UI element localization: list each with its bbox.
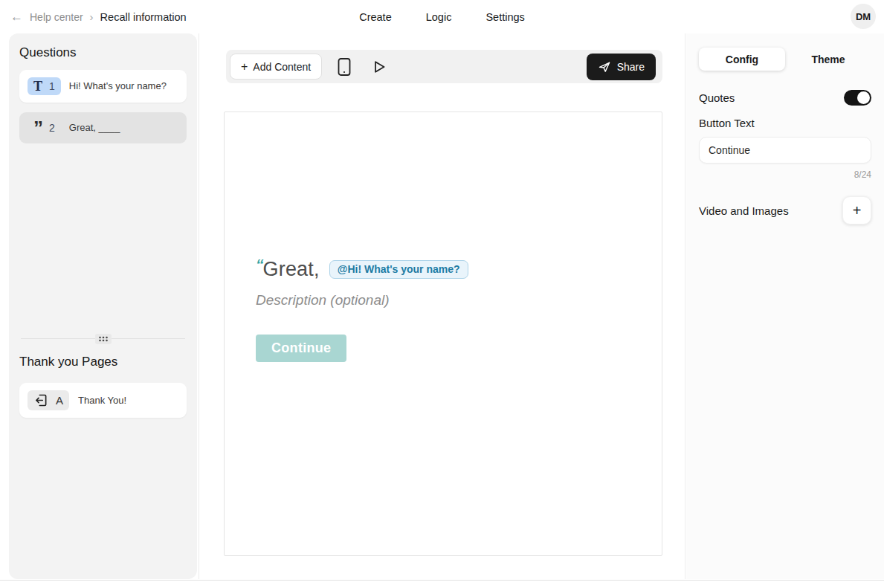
mobile-phone-icon	[337, 57, 352, 77]
thankyou-page-badge: A	[28, 390, 69, 410]
question-type-badge: ” 2	[28, 120, 61, 136]
topbar: ← Help center › Recall information Creat…	[0, 0, 884, 33]
share-label: Share	[617, 61, 645, 73]
breadcrumb-current-page: Recall information	[100, 11, 187, 23]
thankyou-page-item[interactable]: A Thank You!	[19, 383, 187, 418]
chevron-right-icon: ›	[90, 10, 94, 23]
mobile-preview-button[interactable]	[332, 54, 357, 80]
video-images-row: Video and Images +	[699, 196, 871, 224]
recall-mention-chip[interactable]: @Hi! What's your name?	[329, 260, 468, 279]
panel-tabs: Config Theme	[699, 48, 871, 71]
tab-theme[interactable]: Theme	[785, 48, 871, 71]
toggle-knob	[857, 91, 870, 104]
config-panel: Config Theme Quotes Button Text 8/24 Vid…	[686, 33, 884, 579]
breadcrumb-help-center[interactable]: Help center	[30, 11, 83, 23]
quotes-setting-row: Quotes	[699, 90, 871, 106]
continue-button-preview[interactable]: Continue	[256, 335, 346, 362]
add-media-button[interactable]: +	[842, 196, 871, 224]
thankyou-page-label: Thank You!	[78, 393, 126, 408]
sidebar-spacer	[19, 143, 187, 338]
breadcrumb: ← Help center › Recall information	[10, 10, 187, 23]
top-navigation: Create Logic Settings	[359, 0, 525, 33]
editor-main-area: + Add Content	[199, 33, 685, 579]
button-text-label: Button Text	[699, 117, 871, 129]
question-type-badge: T 1	[28, 77, 61, 95]
exit-page-icon	[33, 392, 49, 408]
play-icon	[371, 59, 387, 75]
nav-settings[interactable]: Settings	[485, 11, 524, 23]
question-number: 1	[49, 80, 55, 92]
question-heading-text[interactable]: Great,	[263, 258, 320, 281]
question-number: 2	[49, 122, 55, 134]
share-button[interactable]: Share	[587, 54, 656, 80]
questions-sidebar: Questions T 1 Hi! What's your name? ” 2 …	[9, 33, 197, 579]
sidebar-divider	[21, 338, 185, 339]
editor-toolbar: + Add Content	[226, 50, 662, 83]
quotes-toggle[interactable]	[844, 90, 871, 106]
tab-config[interactable]: Config	[699, 48, 785, 71]
thankyou-pages-title: Thank you Pages	[19, 355, 187, 369]
question-item-1[interactable]: T 1 Hi! What's your name?	[19, 70, 187, 103]
back-arrow-icon[interactable]: ←	[10, 10, 23, 23]
drag-handle-icon[interactable]	[95, 334, 112, 344]
question-item-2[interactable]: ” 2 Great, ____	[19, 112, 187, 143]
quotes-label: Quotes	[699, 91, 735, 104]
description-placeholder[interactable]: Description (optional)	[256, 292, 639, 308]
char-count: 8/24	[699, 169, 871, 180]
button-text-input[interactable]	[699, 137, 871, 164]
text-question-icon: T	[33, 80, 42, 93]
preview-play-button[interactable]	[367, 54, 392, 80]
question-label: Hi! What's your name?	[69, 79, 167, 94]
add-content-button[interactable]: + Add Content	[230, 54, 322, 80]
send-icon	[598, 60, 611, 74]
open-quote-icon: “	[256, 256, 263, 272]
questions-title: Questions	[19, 45, 187, 60]
bottom-border	[0, 580, 884, 581]
quote-question-icon: ”	[33, 123, 42, 134]
thankyou-page-letter: A	[56, 394, 63, 407]
question-preview-canvas[interactable]: “ Great, @Hi! What's your name? Descript…	[224, 112, 662, 556]
video-images-label: Video and Images	[699, 204, 789, 217]
question-label: Great, ____	[69, 120, 120, 135]
nav-create[interactable]: Create	[359, 11, 392, 23]
add-content-label: Add Content	[253, 61, 311, 73]
nav-logic[interactable]: Logic	[426, 11, 452, 23]
plus-icon: +	[241, 61, 248, 73]
avatar[interactable]: DM	[851, 4, 876, 29]
question-heading-row: “ Great, @Hi! What's your name?	[256, 258, 639, 281]
